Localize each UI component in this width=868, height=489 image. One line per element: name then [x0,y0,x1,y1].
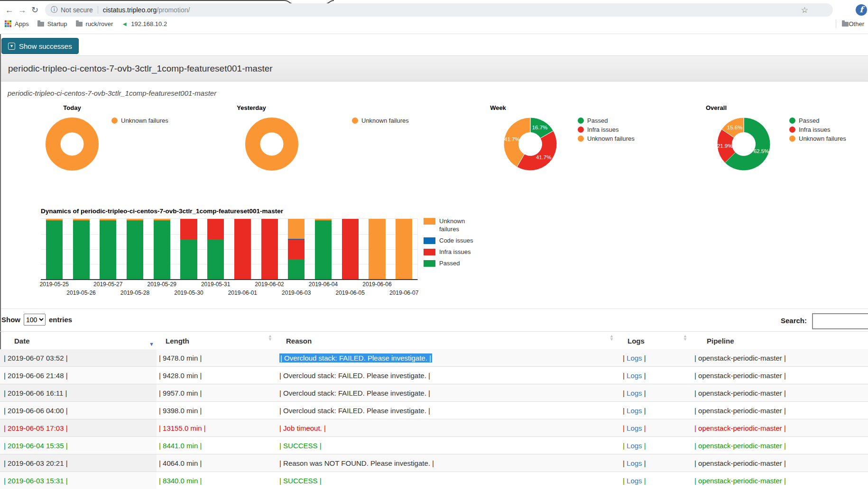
pipeline-cell: | openstack-periodic-master | [690,384,868,401]
x-axis-tick-label: 2019-05-26 [66,290,95,296]
pipeline-cell: | openstack-periodic-master | [690,472,868,489]
bookmark-label: Other [849,20,864,27]
bookmark-ruck-rover[interactable]: ruck/rover [76,20,113,27]
entries-label: entries [49,316,72,324]
bookmark-ip[interactable]: ◄ 192.168.10.2 [121,20,167,27]
legend-item[interactable]: Infra issues [578,126,635,133]
show-successes-button[interactable]: ▾ Show successes [1,38,79,54]
column-header-length[interactable]: Length ▲▼ [157,332,275,350]
page-size-select[interactable]: 100 [24,314,46,326]
date-cell: | 2019-06-06 16:11 | [0,384,157,401]
folder-icon [37,22,44,27]
legend-dot-icon [352,118,358,124]
length-cell: | 13155.0 min | [157,419,275,436]
legend-swatch-icon [424,237,435,244]
forward-icon[interactable]: → [16,5,28,15]
legend-label: Unknown failures [587,135,635,142]
date-cell: | 2019-06-07 03:52 | [0,349,157,366]
table-row: | 2019-06-07 03:52 || 9478.0 min || Over… [0,349,868,367]
legend-swatch-icon [424,218,435,225]
sort-both-icon[interactable]: ▲▼ [609,335,614,341]
column-header-logs[interactable]: Logs ▲▼ [617,332,690,350]
bar-segment [180,219,197,239]
legend-item[interactable]: Unknown failures [352,117,409,124]
donut-slice [53,125,92,163]
reload-icon[interactable]: ↻ [28,5,41,15]
donut-legend[interactable]: PassedInfra issuesUnknown failures [789,117,846,144]
legend-swatch-icon [424,260,435,267]
bookmark-apps[interactable]: Apps [5,20,29,27]
x-axis-tick-label: 2019-06-05 [336,290,365,296]
legend-item[interactable]: Unknown failures [424,217,476,234]
bar-slot [94,219,121,279]
x-axis-tick-label: 2019-05-25 [40,281,69,288]
legend-label: Infra issues [587,126,619,133]
stacked-bar-2019-06-07 [396,219,412,279]
address-bar[interactable]: ⓘ Not secure cistatus.tripleo.org /promo… [45,3,833,17]
logs-cell: | Logs | [617,454,690,471]
sort-both-icon[interactable]: ▲▼ [683,335,687,341]
legend-item[interactable]: Infra issues [424,248,476,256]
sort-desc-icon[interactable]: ▼ [149,341,154,347]
donut-legend[interactable]: Unknown failures [352,117,409,126]
bar-chart-legend[interactable]: Unknown failuresCode issuesInfra issuesP… [424,217,476,271]
bar-segment [46,220,63,279]
logs-link[interactable]: Logs [627,424,642,432]
url-divider [98,6,98,14]
logs-link[interactable]: Logs [627,371,642,380]
pipeline-cell: | openstack-periodic-master | [690,367,868,384]
legend-item[interactable]: Passed [578,117,635,124]
logs-link[interactable]: Logs [627,389,642,397]
legend-item[interactable]: Unknown failures [578,135,635,142]
legend-dot-icon [578,136,584,142]
bookmark-startup[interactable]: Startup [37,20,67,27]
info-icon[interactable]: ⓘ [51,6,57,14]
stacked-bar-2019-05-26 [73,219,90,279]
search-input[interactable] [812,313,868,329]
legend-item[interactable]: Infra issues [789,126,846,133]
legend-dot-icon [578,127,584,133]
legend-dot-icon [789,127,795,133]
stacked-bar-2019-06-01 [234,219,251,279]
donut-legend[interactable]: PassedInfra issuesUnknown failures [578,117,635,144]
logs-cell: | Logs | [617,419,690,436]
bar-segment [396,219,412,279]
legend-item[interactable]: Passed [789,117,846,124]
legend-item[interactable]: Unknown failures [789,135,846,142]
back-icon[interactable]: ← [3,5,16,15]
column-header-reason[interactable]: Reason ▲▼ [275,332,617,350]
legend-dot-icon [111,118,118,124]
logs-link[interactable]: Logs [627,459,642,467]
x-axis-tick-label: 2019-06-07 [389,290,418,296]
bookmark-star-icon[interactable]: ☆ [801,5,808,15]
legend-label: Infra issues [799,126,830,133]
date-cell: | 2019-06-04 15:35 | [0,437,157,454]
bookmark-other[interactable]: Other [836,19,864,28]
column-header-pipeline[interactable]: Pipeline [690,332,868,350]
donut-legend[interactable]: Unknown failures [111,117,168,126]
stacked-bar-2019-06-05 [342,219,359,279]
sort-both-icon[interactable]: ▲▼ [268,335,272,341]
date-cell: | 2019-06-03 15:31 | [0,472,157,489]
logs-link[interactable]: Logs [627,477,642,485]
logs-link[interactable]: Logs [627,442,642,450]
legend-item[interactable]: Passed [424,260,476,268]
bookmarks-divider [836,19,836,28]
reason-cell: | Overcloud stack: FAILED. Please invest… [275,349,617,366]
legend-label: Unknown failures [361,117,409,124]
bar-segment [234,219,251,279]
legend-label: Passed [799,117,819,124]
bar-segment [315,220,332,279]
bar-slot [148,219,175,279]
pipeline-cell: | openstack-periodic-master | [690,419,868,436]
logs-link[interactable]: Logs [627,354,642,362]
column-header-date[interactable]: Date ▼ [0,332,157,350]
legend-item[interactable]: Code issues [424,237,476,245]
panel-heading: periodic-tripleo-ci-centos-7-ovb-3ctlr_1… [1,55,868,82]
logs-link[interactable]: Logs [627,407,642,415]
chart-title: Today [25,104,120,111]
legend-item[interactable]: Unknown failures [111,117,168,124]
table-row: | 2019-06-06 16:11 || 9957.0 min || Over… [0,384,868,402]
fedora-profile-icon[interactable]: f [856,4,867,16]
reason-cell: | SUCCESS | [275,472,617,489]
